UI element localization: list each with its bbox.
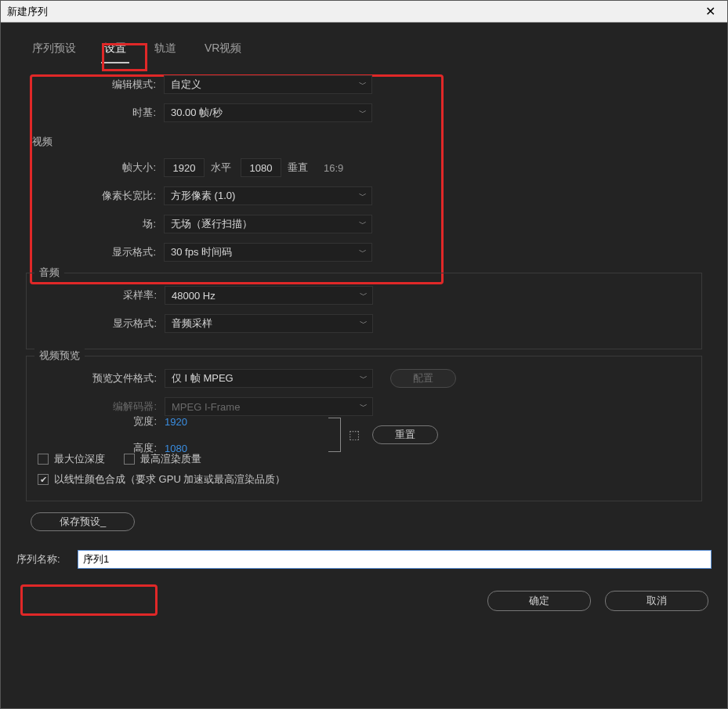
label-pixel-aspect: 像素长宽比:	[26, 189, 164, 203]
chevron-down-icon: ﹀	[359, 190, 367, 201]
label-vertical: 垂直	[288, 161, 308, 175]
input-frame-height[interactable]: 1080	[241, 158, 281, 177]
dropdown-edit-mode[interactable]: 自定义 ﹀	[164, 75, 372, 94]
label-preview-format: 预览文件格式:	[27, 371, 165, 385]
dropdown-preview-format[interactable]: 仅 I 帧 MPEG ﹀	[165, 369, 373, 388]
label-horizontal: 水平	[211, 161, 231, 175]
input-preview-width[interactable]: 1920	[165, 416, 187, 428]
tab-presets[interactable]: 序列预设	[29, 37, 79, 63]
tab-tracks[interactable]: 轨道	[151, 37, 179, 63]
close-icon[interactable]: ✕	[699, 1, 721, 23]
cancel-button[interactable]: 取消	[605, 591, 708, 611]
dropdown-display-format-audio[interactable]: 音频采样 ﹀	[165, 314, 373, 333]
titlebar: 新建序列 ✕	[1, 1, 727, 23]
dropdown-fields[interactable]: 无场（逐行扫描） ﹀	[164, 215, 372, 233]
checkbox-max-quality[interactable]: 最高渲染质量	[124, 452, 201, 466]
chevron-down-icon: ﹀	[360, 318, 368, 329]
label-preview-width: 宽度:	[27, 414, 165, 429]
label-frame-size: 帧大小:	[26, 161, 164, 175]
checkbox-linear-composite[interactable]: 以线性颜色合成（要求 GPU 加速或最高渲染品质）	[38, 472, 285, 487]
chevron-down-icon: ﹀	[360, 290, 368, 301]
label-timebase: 时基:	[26, 106, 164, 120]
label-display-format-video: 显示格式:	[26, 245, 164, 259]
sequence-name-input[interactable]	[78, 550, 712, 569]
checkbox-max-bit-depth[interactable]: 最大位深度	[38, 452, 105, 466]
dropdown-display-format-video[interactable]: 30 fps 时间码 ﹀	[164, 243, 372, 262]
section-video: 视频	[32, 135, 702, 149]
chevron-down-icon: ﹀	[359, 79, 367, 90]
configure-button: 配置	[390, 369, 456, 388]
fieldset-preview: 视频预览 预览文件格式: 仅 I 帧 MPEG ﹀ 配置 编解码器: MPEG …	[26, 356, 702, 501]
aspect-ratio: 16:9	[324, 162, 343, 174]
label-sample-rate: 采样率:	[27, 288, 165, 302]
checkbox-icon	[124, 454, 135, 465]
dropdown-codec: MPEG I-Frame ﹀	[165, 397, 373, 416]
chevron-down-icon: ﹀	[359, 219, 367, 230]
label-edit-mode: 编辑模式:	[26, 78, 164, 92]
dropdown-pixel-aspect[interactable]: 方形像素 (1.0) ﹀	[164, 186, 372, 205]
chevron-down-icon: ﹀	[359, 247, 367, 258]
dropdown-sample-rate[interactable]: 48000 Hz ﹀	[165, 286, 373, 305]
ok-button[interactable]: 确定	[487, 591, 591, 611]
label-codec: 编解码器:	[27, 400, 165, 414]
tab-vr[interactable]: VR视频	[201, 37, 244, 63]
reset-button[interactable]: 重置	[372, 425, 438, 444]
fieldset-audio: 音频 采样率: 48000 Hz ﹀ 显示格式: 音频采样 ﹀	[26, 273, 702, 349]
tabs: 序列预设 设置 轨道 VR视频	[1, 23, 727, 64]
chevron-down-icon: ﹀	[360, 373, 368, 384]
label-fields: 场:	[26, 217, 164, 231]
dropdown-timebase[interactable]: 30.00 帧/秒 ﹀	[164, 103, 372, 122]
label-sequence-name: 序列名称:	[16, 552, 78, 566]
chevron-down-icon: ﹀	[360, 401, 368, 412]
save-preset-button[interactable]: 保存预设_	[31, 512, 135, 531]
checkbox-icon	[38, 474, 49, 485]
link-bracket-icon	[328, 418, 341, 452]
label-display-format-audio: 显示格式:	[27, 317, 165, 331]
section-audio: 音频	[34, 266, 64, 280]
link-icon[interactable]: ⬚	[349, 428, 360, 442]
section-preview: 视频预览	[34, 349, 85, 363]
chevron-down-icon: ﹀	[359, 107, 367, 118]
tab-settings[interactable]: 设置	[101, 37, 129, 63]
input-frame-width[interactable]: 1920	[164, 158, 205, 177]
checkbox-icon	[38, 454, 49, 465]
window-title: 新建序列	[7, 5, 699, 19]
